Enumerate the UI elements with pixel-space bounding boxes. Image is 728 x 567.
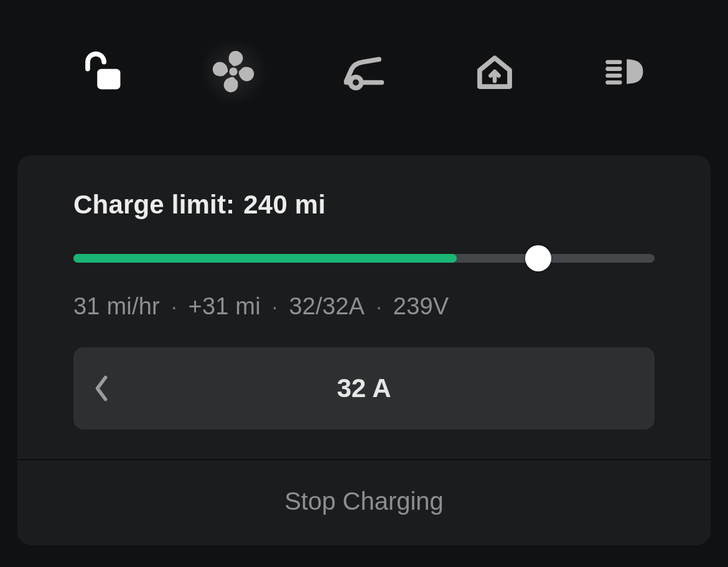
amp-value: 32 A (73, 373, 655, 403)
charge-limit-slider[interactable] (73, 246, 655, 271)
svg-point-2 (350, 77, 362, 88)
climate-button[interactable] (199, 37, 268, 106)
quick-actions-toolbar (0, 0, 728, 131)
fan-icon (212, 50, 255, 93)
frunk-button[interactable] (330, 37, 398, 106)
charge-volts: 239V (393, 293, 449, 320)
lights-button[interactable] (591, 37, 660, 106)
frunk-icon (342, 50, 386, 93)
unlock-icon (81, 50, 124, 93)
charge-limit-value: 240 mi (243, 190, 325, 220)
svg-rect-0 (97, 69, 120, 90)
slider-thumb[interactable] (525, 245, 551, 271)
dot-separator: · (376, 294, 382, 319)
charge-limit-title: Charge limit: 240 mi (73, 190, 655, 220)
svg-point-1 (229, 67, 237, 75)
stop-charging-button[interactable]: Stop Charging (17, 460, 711, 545)
charge-rate: 31 mi/hr (73, 293, 160, 320)
charge-amps: 32/32A (289, 293, 365, 320)
dot-separator: · (171, 294, 177, 319)
charge-limit-label: Charge limit: (73, 190, 235, 220)
dot-separator: · (272, 294, 278, 319)
charge-added: +31 mi (189, 293, 261, 320)
headlights-icon (604, 50, 647, 93)
charging-card: Charge limit: 240 mi 31 mi/hr · +31 mi ·… (17, 156, 711, 545)
charging-stats: 31 mi/hr · +31 mi · 32/32A · 239V (73, 293, 655, 320)
amp-selector[interactable]: 32 A (73, 347, 655, 429)
homelink-button[interactable] (460, 37, 529, 106)
lock-button[interactable] (68, 37, 137, 106)
homelink-icon (473, 50, 516, 93)
slider-fill (73, 254, 457, 263)
